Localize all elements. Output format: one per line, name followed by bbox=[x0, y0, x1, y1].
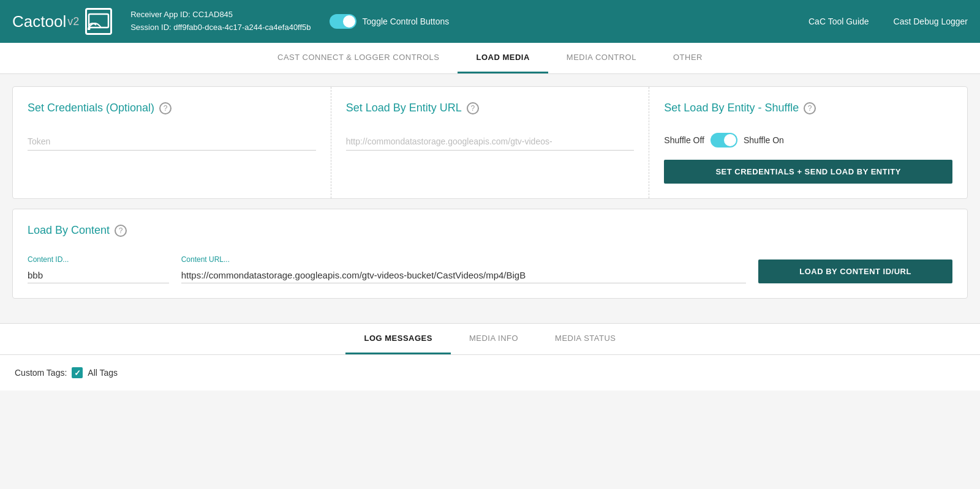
shuffle-on-label: Shuffle On bbox=[744, 135, 784, 145]
load-by-content-help-icon[interactable]: ? bbox=[115, 225, 127, 237]
load-content-fields: Content ID... Content URL... LOAD BY CON… bbox=[28, 255, 952, 283]
app-version: v2 bbox=[67, 15, 79, 28]
all-tags-checkbox[interactable] bbox=[72, 367, 83, 378]
bottom-tabs: LOG MESSAGES MEDIA INFO MEDIA STATUS bbox=[0, 324, 980, 355]
load-by-entity-url-help-icon[interactable]: ? bbox=[467, 102, 479, 114]
toggle-control-switch[interactable] bbox=[330, 14, 356, 29]
tab-other[interactable]: OTHER bbox=[655, 43, 721, 73]
load-by-content-button[interactable]: LOAD BY CONTENT ID/URL bbox=[758, 259, 952, 283]
credentials-help-icon[interactable]: ? bbox=[159, 102, 172, 114]
bottom-content: Custom Tags: All Tags bbox=[0, 355, 980, 390]
tab-load-media[interactable]: LOAD MEDIA bbox=[458, 43, 548, 73]
cac-tool-guide-link[interactable]: CaC Tool Guide bbox=[809, 17, 869, 26]
load-by-entity-url-title: Set Load By Entity URL ? bbox=[346, 102, 635, 114]
tab-log-messages[interactable]: LOG MESSAGES bbox=[345, 324, 450, 354]
content-id-input[interactable] bbox=[28, 266, 169, 283]
credentials-title: Set Credentials (Optional) ? bbox=[28, 102, 316, 114]
receiver-app-id: Receiver App ID: CC1AD845 bbox=[130, 9, 311, 21]
toggle-control-label: Toggle Control Buttons bbox=[363, 17, 450, 26]
load-by-entity-shuffle-help-icon[interactable]: ? bbox=[804, 102, 816, 114]
content-id-field-group: Content ID... bbox=[28, 255, 169, 283]
toggle-section[interactable]: Toggle Control Buttons bbox=[330, 14, 450, 29]
cast-debug-logger-link[interactable]: Cast Debug Logger bbox=[894, 17, 968, 26]
set-credentials-send-load-by-entity-button[interactable]: SET CREDENTIALS + SEND LOAD BY ENTITY bbox=[664, 160, 952, 184]
load-by-entity-shuffle-card: Set Load By Entity - Shuffle ? Shuffle O… bbox=[649, 87, 967, 198]
content-area: Set Credentials (Optional) ? Set Load By… bbox=[0, 74, 980, 323]
load-by-entity-url-card: Set Load By Entity URL ? bbox=[331, 87, 650, 198]
content-url-input[interactable] bbox=[181, 266, 747, 283]
session-id: Session ID: dff9fab0-dcea-4c17-a244-ca4e… bbox=[130, 21, 311, 34]
entity-url-input[interactable] bbox=[346, 133, 635, 151]
bottom-section: LOG MESSAGES MEDIA INFO MEDIA STATUS Cus… bbox=[0, 323, 980, 390]
logo-section: Cactool v2 bbox=[12, 8, 112, 35]
custom-tags-row: Custom Tags: All Tags bbox=[15, 367, 965, 378]
shuffle-toggle-row: Shuffle Off Shuffle On bbox=[664, 133, 952, 147]
main-tabs: CAST CONNECT & LOGGER CONTROLS LOAD MEDI… bbox=[0, 43, 980, 74]
cast-logo-icon bbox=[85, 8, 112, 35]
cast-svg-icon bbox=[88, 13, 110, 30]
credentials-card: Set Credentials (Optional) ? bbox=[13, 87, 331, 198]
tab-media-status[interactable]: MEDIA STATUS bbox=[537, 324, 634, 354]
app-header: Cactool v2 Receiver App ID: CC1AD845 Ses… bbox=[0, 0, 980, 43]
cards-row: Set Credentials (Optional) ? Set Load By… bbox=[12, 86, 968, 199]
app-title: Cactool bbox=[12, 12, 66, 31]
shuffle-toggle[interactable] bbox=[710, 133, 737, 147]
content-url-field-group: Content URL... bbox=[181, 255, 747, 283]
load-by-content-card: Load By Content ? Content ID... Content … bbox=[12, 209, 968, 299]
tab-media-info[interactable]: MEDIA INFO bbox=[451, 324, 537, 354]
content-id-label: Content ID... bbox=[28, 255, 169, 264]
shuffle-off-label: Shuffle Off bbox=[664, 135, 704, 145]
custom-tags-label: Custom Tags: bbox=[15, 368, 67, 378]
session-info: Receiver App ID: CC1AD845 Session ID: df… bbox=[130, 9, 311, 34]
tab-cast-connect[interactable]: CAST CONNECT & LOGGER CONTROLS bbox=[259, 43, 458, 73]
tab-media-control[interactable]: MEDIA CONTROL bbox=[548, 43, 655, 73]
load-by-content-title: Load By Content ? bbox=[28, 224, 952, 237]
content-url-label: Content URL... bbox=[181, 255, 747, 264]
load-by-entity-shuffle-title: Set Load By Entity - Shuffle ? bbox=[664, 102, 952, 114]
header-nav: CaC Tool Guide Cast Debug Logger bbox=[809, 17, 968, 26]
all-tags-label: All Tags bbox=[88, 368, 118, 378]
token-input[interactable] bbox=[28, 133, 316, 151]
